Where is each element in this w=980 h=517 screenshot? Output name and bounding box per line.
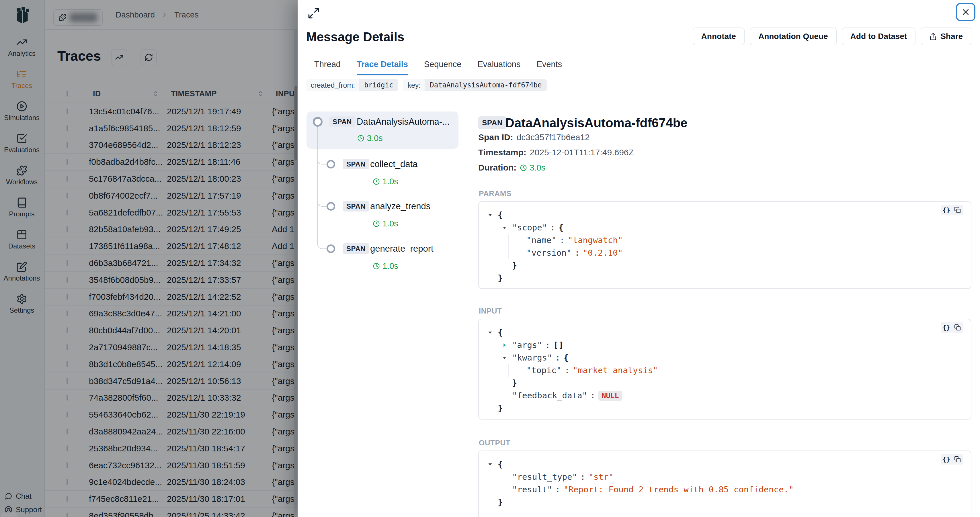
tree-connector bbox=[317, 127, 318, 241]
span-timestamp-row: Timestamp: 2025-12-01T11:17:49.696Z bbox=[478, 147, 634, 157]
clock-icon bbox=[357, 135, 364, 142]
json-line: { bbox=[487, 326, 962, 339]
annotate-button[interactable]: Annotate bbox=[693, 27, 745, 45]
collapse-caret-icon[interactable] bbox=[487, 330, 498, 335]
json-box-input: {}{"args":[]"kwargs":{"topic":"market an… bbox=[478, 319, 971, 420]
tab-trace-details[interactable]: Trace Details bbox=[357, 57, 408, 75]
json-line: } bbox=[487, 272, 962, 284]
json-line: "feedback_data":NULL bbox=[487, 389, 962, 402]
close-x-icon bbox=[961, 8, 970, 16]
json-toolbar: {} bbox=[941, 205, 963, 215]
collapse-caret-icon[interactable] bbox=[502, 355, 512, 360]
annotation-queue-button[interactable]: Annotation Queue bbox=[750, 27, 837, 45]
json-toolbar: {} bbox=[941, 322, 963, 333]
collapse-caret-icon[interactable] bbox=[502, 225, 512, 230]
raw-json-button[interactable]: {} bbox=[941, 205, 951, 215]
share-button[interactable]: Share bbox=[921, 27, 971, 45]
json-line: "name":"langwatch" bbox=[487, 234, 962, 246]
trace-meta-badges: created_from: bridgic key: DataAnalysisA… bbox=[306, 79, 547, 91]
collapse-caret-icon[interactable] bbox=[487, 213, 498, 218]
raw-json-button[interactable]: {} bbox=[941, 322, 951, 333]
clock-icon bbox=[373, 178, 380, 185]
tab-evaluations[interactable]: Evaluations bbox=[477, 57, 520, 75]
copy-icon bbox=[954, 324, 961, 331]
json-line: "scope":{ bbox=[487, 221, 962, 234]
clock-icon bbox=[373, 220, 380, 227]
meta-badge: created_from: bridgic bbox=[306, 79, 398, 91]
json-line: "kwargs":{ bbox=[487, 351, 962, 364]
expand-icon[interactable] bbox=[307, 7, 320, 19]
span-type-badge: SPAN bbox=[343, 201, 369, 211]
span-name[interactable]: DataAnalysisAutoma-... bbox=[357, 117, 450, 127]
collapse-caret-icon[interactable] bbox=[487, 462, 498, 467]
json-line: "topic":"market analysis" bbox=[487, 364, 962, 377]
drawer-actions: AnnotateAnnotation QueueAdd to DatasetSh… bbox=[693, 27, 971, 45]
copy-button[interactable] bbox=[952, 205, 963, 215]
json-line: "result_type":"str" bbox=[487, 471, 962, 483]
copy-icon bbox=[954, 456, 961, 463]
span-duration: 3.0s bbox=[357, 133, 383, 143]
json-box-output: {}{"result_type":"str""result":"Report: … bbox=[478, 450, 971, 517]
span-duration: 1.0s bbox=[373, 177, 398, 186]
drawer-title: Message Details bbox=[306, 30, 404, 44]
tree-connector bbox=[317, 198, 327, 207]
tab-thread[interactable]: Thread bbox=[314, 57, 340, 75]
clock-icon bbox=[520, 164, 527, 171]
span-name[interactable]: generate_report bbox=[370, 244, 434, 254]
span-duration: 1.0s bbox=[373, 262, 398, 271]
expand-caret-icon[interactable] bbox=[502, 343, 512, 348]
copy-icon bbox=[954, 207, 961, 213]
json-line: } bbox=[487, 496, 962, 508]
section-label-params: PARAMS bbox=[479, 189, 512, 198]
clock-icon bbox=[373, 263, 380, 270]
tree-connector bbox=[317, 241, 327, 249]
span-id-row: Span ID: dc3c357f17b6ea12 bbox=[478, 132, 590, 142]
span-node-icon bbox=[326, 160, 335, 168]
json-line: { bbox=[487, 458, 962, 471]
span-type-badge: SPAN bbox=[343, 243, 369, 254]
span-type-badge: SPAN bbox=[478, 116, 506, 129]
copy-button[interactable] bbox=[952, 454, 963, 465]
json-line: "result":"Report: Found 2 trends with 0.… bbox=[487, 483, 962, 496]
copy-button[interactable] bbox=[952, 322, 963, 333]
span-name[interactable]: analyze_trends bbox=[370, 201, 430, 211]
span-duration: 1.0s bbox=[373, 219, 398, 228]
add-to-dataset-button[interactable]: Add to Dataset bbox=[842, 27, 916, 45]
drawer-tabs: ThreadTrace DetailsSequenceEvaluationsEv… bbox=[298, 57, 980, 75]
json-line: } bbox=[487, 259, 962, 272]
json-line: "version":"0.2.10" bbox=[487, 246, 962, 259]
span-node-icon bbox=[326, 202, 335, 211]
json-line: } bbox=[487, 402, 962, 414]
json-line: } bbox=[487, 377, 962, 389]
raw-json-button[interactable]: {} bbox=[941, 454, 951, 465]
share-upload-icon bbox=[929, 33, 937, 40]
section-label-output: OUTPUT bbox=[479, 438, 511, 447]
json-line: "args":[] bbox=[487, 339, 962, 351]
tab-sequence[interactable]: Sequence bbox=[424, 57, 461, 75]
span-type-badge: SPAN bbox=[329, 116, 356, 127]
json-box-params: {}{"scope":{"name":"langwatch""version":… bbox=[478, 201, 971, 289]
span-details-title: DataAnalysisAutoma-fdf674be bbox=[505, 116, 687, 130]
meta-badge: key: DataAnalysisAutoma-fdf674be bbox=[403, 79, 547, 91]
tree-connector bbox=[317, 157, 327, 165]
tab-events[interactable]: Events bbox=[536, 57, 562, 75]
section-label-input: INPUT bbox=[479, 307, 502, 316]
message-details-drawer: Message Details AnnotateAnnotation Queue… bbox=[298, 0, 980, 517]
close-button[interactable] bbox=[956, 3, 975, 21]
span-node-icon bbox=[313, 117, 323, 127]
span-duration-row: Duration: 3.0s bbox=[478, 163, 545, 173]
json-line: { bbox=[487, 209, 962, 221]
json-toolbar: {} bbox=[941, 454, 963, 465]
span-node-icon bbox=[326, 244, 335, 253]
span-type-badge: SPAN bbox=[343, 159, 369, 170]
span-name[interactable]: collect_data bbox=[370, 159, 417, 170]
